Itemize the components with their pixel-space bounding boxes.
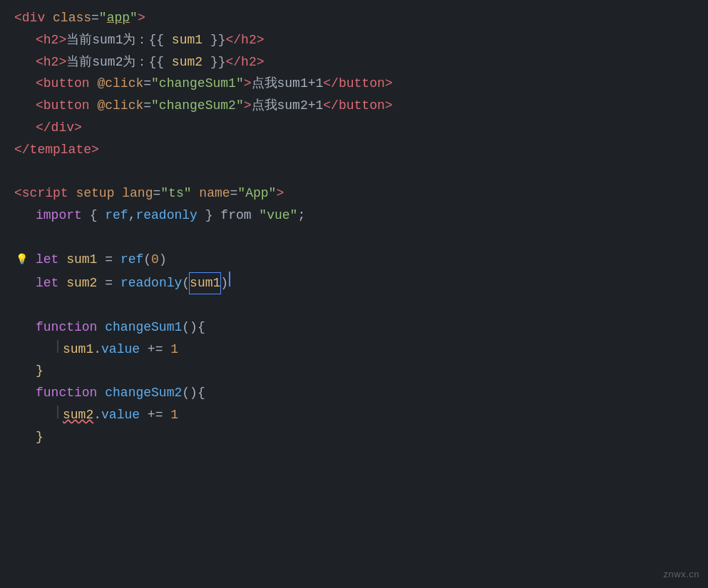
code-line: function changeSum2(){ <box>14 382 708 404</box>
code-line: function changeSum1(){ <box>14 316 708 339</box>
lightbulb-icon: 💡 <box>16 252 28 267</box>
code-line: <h2>当前sum1为：{{ sum1 }}</h2> <box>14 29 708 51</box>
code-line: import { ref,readonly } from "vue"; <box>14 205 708 227</box>
text-cursor <box>229 272 230 287</box>
code-line: let sum2 = readonly(sum1) <box>14 271 708 294</box>
code-line: } <box>14 426 708 448</box>
code-line-empty <box>14 161 708 183</box>
code-line: sum2.value += 1 <box>14 404 708 426</box>
code-line: } <box>14 360 708 382</box>
from-keyword: from <box>220 205 251 226</box>
indent-guide <box>57 406 58 418</box>
code-line: </template> <box>14 139 708 161</box>
attr-value: "app" <box>99 8 138 29</box>
code-line-empty <box>14 227 708 249</box>
tag-name: div <box>22 8 45 29</box>
code-line: sum1.value += 1 <box>14 339 708 361</box>
attr-class: class <box>53 8 91 29</box>
code-line-empty <box>14 294 708 316</box>
code-line: </div> <box>14 117 708 139</box>
code-editor: <div class="app"> <h2>当前sum1为：{{ sum1 }}… <box>0 0 708 455</box>
code-line: <button @click="changeSum1">点我sum1+1</bu… <box>14 73 708 95</box>
code-line: 💡 let sum1 = ref(0) <box>14 249 708 271</box>
code-line: <h2>当前sum2为：{{ sum2 }}</h2> <box>14 51 708 73</box>
tag-open: < <box>14 8 22 29</box>
code-line: <script setup lang="ts" name="App"> <box>14 182 708 205</box>
watermark: znwx.cn <box>664 567 699 582</box>
code-line: <div class="app"> <box>14 7 708 29</box>
code-line: <button @click="changeSum2">点我sum2+1</bu… <box>14 95 708 117</box>
indent-guide <box>57 340 58 353</box>
